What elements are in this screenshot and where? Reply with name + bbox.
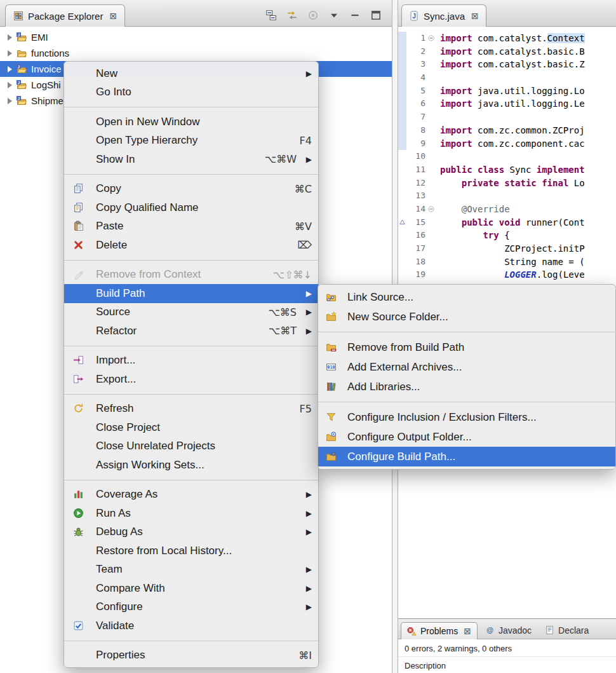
menu-item-add-libraries[interactable]: Add Libraries... (318, 377, 615, 397)
menu-item-refactor[interactable]: Refactor⌥⌘T▶ (64, 322, 318, 341)
menu-item-delete[interactable]: Delete⌦ (64, 236, 318, 255)
tab-label: Package Explorer (28, 11, 103, 22)
problems-column-header: Description (398, 656, 616, 670)
tab-javadoc[interactable]: @Javadoc (479, 622, 537, 639)
menu-item-restore-from-local-history[interactable]: Restore from Local History... (64, 541, 318, 561)
menu-item-configure[interactable]: Configure▶ (64, 598, 318, 617)
code-text: @Override (437, 203, 510, 216)
submenu-arrow-icon: ▶ (303, 289, 312, 298)
menu-icon-slot (73, 116, 87, 128)
menu-item-go-into[interactable]: Go Into (64, 83, 318, 102)
menu-item-label: Assign Working Sets... (96, 459, 204, 472)
menu-item-properties[interactable]: Properties⌘I (64, 646, 318, 665)
menu-item-import[interactable]: Import... (64, 351, 318, 370)
line-number: 5 (406, 85, 425, 98)
menu-item-right: ⌘C (295, 183, 312, 195)
menu-item-right: ⌥⌘T▶ (269, 325, 312, 337)
line-number: 10 (406, 150, 425, 163)
menu-item-remove-from-build-path[interactable]: Remove from Build Path (318, 337, 615, 357)
menu-item-open-in-new-window[interactable]: Open in New Window (64, 112, 318, 132)
minimize-icon[interactable] (349, 10, 361, 21)
menu-item-build-path[interactable]: Build Path▶ (64, 284, 318, 303)
line-number: 14 (406, 203, 425, 216)
menu-item-right: ⌥⌘S▶ (268, 306, 312, 318)
menu-item-assign-working-sets[interactable]: Assign Working Sets... (64, 456, 318, 475)
menu-item-add-external-archives[interactable]: 010Add External Archives... (318, 357, 615, 377)
menu-item-configure-output-folder[interactable]: Configure Output Folder... (318, 427, 615, 447)
maximize-icon[interactable] (370, 10, 382, 21)
code-line-5: 5import java.util.logging.Lo (398, 85, 616, 98)
menu-item-copy[interactable]: Copy⌘C (64, 180, 318, 199)
menu-item-team[interactable]: Team▶ (64, 561, 318, 580)
fold-collapse-icon[interactable] (425, 205, 437, 213)
tree-item-functions[interactable]: functions (0, 45, 392, 61)
menu-item-paste[interactable]: Paste⌘V (64, 217, 318, 236)
code-text: import java.util.logging.Lo (437, 85, 585, 98)
menu-item-label: Refresh (96, 402, 134, 415)
tab-declara[interactable]: Declara (539, 622, 594, 639)
menu-item-show-in[interactable]: Show In⌥⌘W▶ (64, 150, 318, 169)
menu-item-remove-from-context[interactable]: Remove from Context⌥⇧⌘↓ (64, 266, 318, 285)
close-icon[interactable]: ⊠ (109, 11, 117, 20)
code-line-17: 17 ZCProject.initP (398, 242, 616, 255)
close-icon[interactable]: ⊠ (464, 627, 471, 636)
code-line-11: 11public class Sync implement (398, 163, 616, 177)
menu-icon-slot (73, 440, 87, 452)
menu-item-right: ⌘I (298, 649, 312, 662)
tab-problems[interactable]: Problems⊠ (401, 622, 478, 639)
menu-icon-slot (73, 306, 87, 318)
menu-separator (64, 174, 318, 175)
menu-item-copy-qualified-name[interactable]: Copy Qualified Name (64, 198, 318, 217)
new-source-folder-icon (326, 311, 340, 323)
menu-item-open-type-hierarchy[interactable]: Open Type HierarchyF4 (64, 132, 318, 151)
copy-icon (73, 183, 87, 194)
tree-item-emi[interactable]: JEMI (0, 29, 392, 45)
menu-item-debug-as[interactable]: Debug As▶ (64, 523, 318, 542)
menu-shortcut: ⌥⌘T (269, 325, 297, 337)
link-with-editor-icon[interactable] (286, 10, 298, 21)
expand-arrow-icon[interactable] (8, 66, 12, 72)
menu-item-source[interactable]: Source⌥⌘S▶ (64, 303, 318, 322)
menu-item-label: Properties (96, 649, 145, 662)
expand-arrow-icon[interactable] (8, 82, 12, 88)
menu-item-new-source-folder[interactable]: New Source Folder... (318, 307, 615, 327)
menu-shortcut: ⌘C (295, 183, 312, 195)
tab-package-explorer[interactable]: Package Explorer ⊠ (5, 4, 125, 27)
code-line-18: 18 String name = ( (398, 255, 616, 269)
menu-item-label: Coverage As (96, 488, 157, 501)
expand-arrow-icon[interactable] (8, 34, 12, 41)
close-icon[interactable]: ⊠ (471, 11, 479, 20)
code-text: String name = ( (437, 255, 585, 269)
menu-item-export[interactable]: Export... (64, 370, 318, 389)
menu-item-right: ▶ (303, 602, 312, 611)
menu-item-label: Team (96, 563, 123, 576)
expand-arrow-icon[interactable] (8, 98, 12, 104)
menu-icon-slot (73, 601, 87, 613)
menu-item-new[interactable]: New▶ (64, 64, 318, 83)
menu-item-close-project[interactable]: Close Project (64, 418, 318, 437)
config-build-path-icon (326, 451, 340, 463)
menu-item-configure-build-path[interactable]: Configure Build Path... (318, 447, 615, 466)
menu-item-label: Validate (96, 620, 134, 632)
tab-sync-java[interactable]: J Sync.java ⊠ (401, 4, 486, 27)
marker-column (398, 32, 406, 45)
expand-arrow-icon[interactable] (8, 50, 12, 57)
view-menu-icon[interactable] (328, 10, 340, 21)
focus-icon[interactable] (307, 10, 319, 21)
line-number: 19 (406, 268, 425, 282)
menu-item-run-as[interactable]: Run As▶ (64, 504, 318, 523)
fold-collapse-icon[interactable] (425, 34, 437, 42)
menu-item-link-source[interactable]: Link Source... (318, 287, 615, 307)
menu-item-coverage-as[interactable]: Coverage As▶ (64, 486, 318, 505)
menu-item-refresh[interactable]: RefreshF5 (64, 400, 318, 419)
menu-item-label: Go Into (96, 86, 131, 99)
menu-shortcut: F4 (300, 135, 312, 147)
marker-column (398, 268, 406, 282)
menu-item-validate[interactable]: Validate (64, 616, 318, 636)
menu-item-configure-inclusion-exclusion-filters[interactable]: Configure Inclusion / Exclusion Filters.… (318, 407, 615, 427)
menu-item-compare-with[interactable]: Compare With▶ (64, 579, 318, 598)
collapse-all-icon[interactable] (265, 10, 277, 21)
project-context-menu: New▶Go IntoOpen in New WindowOpen Type H… (64, 61, 319, 668)
menu-item-close-unrelated-projects[interactable]: Close Unrelated Projects (64, 437, 318, 456)
tree-item-label: LogShi (31, 79, 61, 90)
